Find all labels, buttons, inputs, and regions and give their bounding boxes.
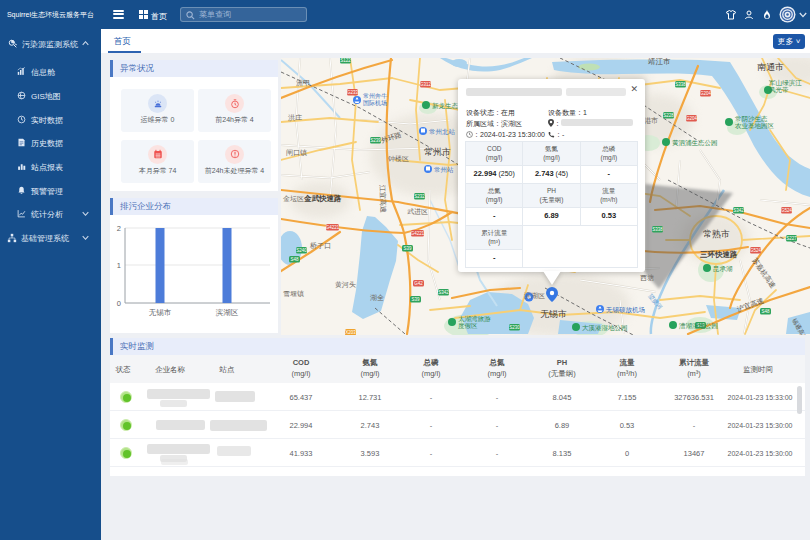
svg-text:常州奔牛: 常州奔牛 bbox=[363, 93, 387, 99]
svg-text:S122: S122 bbox=[340, 58, 351, 63]
svg-text:靖江市: 靖江市 bbox=[648, 58, 671, 66]
svg-text:S230: S230 bbox=[509, 325, 520, 330]
svg-text:常州北站: 常州北站 bbox=[429, 128, 456, 136]
svg-text:G4221: G4221 bbox=[411, 231, 425, 236]
svg-text:金武快速路: 金武快速路 bbox=[303, 194, 342, 203]
svg-text:国际机场: 国际机场 bbox=[363, 99, 387, 107]
svg-text:三环快速路: 三环快速路 bbox=[700, 250, 738, 259]
svg-text:G524: G524 bbox=[750, 248, 762, 253]
svg-text:S342: S342 bbox=[438, 290, 449, 295]
svg-text:无锡硕放机场: 无锡硕放机场 bbox=[606, 306, 645, 314]
svg-text:常州站: 常州站 bbox=[434, 166, 454, 174]
svg-text:金坛区: 金坛区 bbox=[283, 195, 304, 202]
svg-text:G312: G312 bbox=[420, 82, 432, 87]
svg-text:无锡市: 无锡市 bbox=[540, 309, 567, 319]
svg-text:风光带: 风光带 bbox=[769, 86, 789, 94]
svg-text:黄泗浦生态公园: 黄泗浦生态公园 bbox=[672, 139, 718, 147]
svg-text:G4221: G4221 bbox=[326, 225, 340, 230]
svg-text:南通市: 南通市 bbox=[757, 62, 784, 72]
svg-text:S232: S232 bbox=[414, 194, 425, 199]
svg-text:无锡市: 无锡市 bbox=[149, 308, 172, 317]
svg-text:S240: S240 bbox=[296, 248, 307, 253]
svg-text:漕湖湿地公园: 漕湖湿地公园 bbox=[679, 322, 718, 330]
svg-text:S39: S39 bbox=[403, 246, 412, 251]
svg-text:大溪港湿地公园: 大溪港湿地公园 bbox=[582, 324, 628, 332]
svg-text:钟楼区: 钟楼区 bbox=[387, 155, 409, 163]
svg-text:黄河头: 黄河头 bbox=[335, 281, 356, 289]
svg-text:S227: S227 bbox=[786, 236, 797, 241]
svg-text:湖全: 湖全 bbox=[370, 294, 384, 301]
svg-text:S48: S48 bbox=[761, 309, 770, 314]
svg-text:S39: S39 bbox=[411, 297, 420, 302]
svg-text:洲甲: 洲甲 bbox=[296, 79, 310, 87]
svg-text:昆承湖: 昆承湖 bbox=[713, 265, 733, 273]
svg-text:G233: G233 bbox=[347, 90, 359, 95]
svg-text:S48: S48 bbox=[290, 257, 299, 262]
svg-text:常州市: 常州市 bbox=[424, 147, 451, 157]
svg-text:雪堰镇: 雪堰镇 bbox=[283, 290, 304, 298]
svg-text:S342: S342 bbox=[733, 208, 744, 213]
svg-text:G42: G42 bbox=[414, 281, 423, 286]
svg-text:S228: S228 bbox=[663, 113, 674, 118]
svg-text:S338: S338 bbox=[652, 227, 663, 232]
svg-text:度假区: 度假区 bbox=[458, 322, 478, 330]
svg-text:常熟市: 常熟市 bbox=[703, 229, 730, 239]
svg-text:G204: G204 bbox=[700, 91, 712, 96]
svg-text:西塘: 西塘 bbox=[640, 274, 654, 282]
svg-text:洪庄: 洪庄 bbox=[288, 114, 302, 122]
svg-text:桥子口: 桥子口 bbox=[309, 242, 331, 250]
svg-text:滨湖区: 滨湖区 bbox=[524, 291, 545, 300]
svg-text:2: 2 bbox=[117, 224, 121, 233]
svg-text:武进区: 武进区 bbox=[407, 208, 428, 216]
svg-text:滨湖区: 滨湖区 bbox=[216, 308, 239, 317]
svg-text:G524: G524 bbox=[781, 208, 793, 213]
svg-text:X203: X203 bbox=[345, 330, 356, 335]
svg-text:0: 0 bbox=[117, 299, 121, 308]
svg-text:1: 1 bbox=[117, 261, 121, 270]
svg-text:S338: S338 bbox=[675, 82, 686, 87]
svg-text:G204: G204 bbox=[686, 116, 698, 121]
svg-text:农业基地园区: 农业基地园区 bbox=[734, 122, 775, 129]
svg-text:闸口镇: 闸口镇 bbox=[286, 149, 307, 157]
